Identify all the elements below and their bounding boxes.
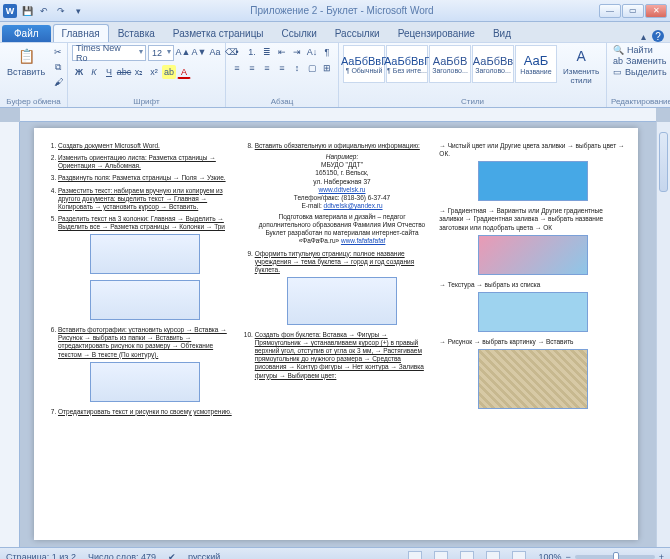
- status-proofing-icon[interactable]: ✔: [168, 552, 176, 560]
- increase-indent-button[interactable]: ⇥: [290, 45, 304, 59]
- format-painter-button[interactable]: 🖌: [51, 75, 65, 89]
- borders-button[interactable]: ⊞: [320, 61, 334, 75]
- website-link[interactable]: www.ddtvelsk.ru: [319, 186, 366, 193]
- app-icon[interactable]: W: [3, 4, 17, 18]
- zoom-slider[interactable]: [575, 555, 655, 559]
- shrink-font-button[interactable]: A▼: [192, 45, 206, 59]
- superscript-button[interactable]: x²: [147, 65, 161, 79]
- highlight-button[interactable]: ab: [162, 65, 176, 79]
- decrease-indent-button[interactable]: ⇤: [275, 45, 289, 59]
- font-family-combo[interactable]: Times New Ro: [72, 45, 146, 61]
- strike-button[interactable]: abc: [117, 65, 131, 79]
- tab-mailings[interactable]: Рассылки: [326, 24, 389, 42]
- paste-button[interactable]: 📋 Вставить: [4, 45, 48, 78]
- ribbon-minimize-icon[interactable]: ▴: [641, 31, 646, 42]
- line-spacing-button[interactable]: ↕: [290, 61, 304, 75]
- scrollbar-thumb[interactable]: [659, 132, 668, 192]
- sort-button[interactable]: A↓: [305, 45, 319, 59]
- multilevel-button[interactable]: ≣: [260, 45, 274, 59]
- justify-button[interactable]: ≡: [275, 61, 289, 75]
- status-page[interactable]: Страница: 1 из 2: [6, 552, 76, 560]
- bullets-button[interactable]: •: [230, 45, 244, 59]
- change-styles-button[interactable]: A Изменить стили: [560, 45, 602, 86]
- font-color-button[interactable]: A: [177, 65, 191, 79]
- vertical-scrollbar[interactable]: [656, 122, 670, 547]
- fill-option-picture: Рисунок → выбрать картинку → Вставить: [439, 338, 626, 346]
- fill-sample-picture: [478, 349, 588, 409]
- step-3: Раздвинуть поля: Разметка страницы → Пол…: [58, 174, 233, 182]
- group-clipboard: 📋 Вставить ✂ ⧉ 🖌 Буфер обмена: [0, 43, 68, 107]
- horizontal-ruler[interactable]: [20, 108, 656, 122]
- underline-button[interactable]: Ч: [102, 65, 116, 79]
- font-size-combo[interactable]: 12: [148, 45, 174, 61]
- view-draft-button[interactable]: [512, 551, 526, 560]
- shading-button[interactable]: ▢: [305, 61, 319, 75]
- replace-button[interactable]: abЗаменить: [611, 56, 669, 66]
- copy-button[interactable]: ⧉: [51, 60, 65, 74]
- tab-review[interactable]: Рецензирование: [389, 24, 484, 42]
- align-right-button[interactable]: ≡: [260, 61, 274, 75]
- zoom-in-button[interactable]: +: [659, 552, 664, 560]
- zoom-out-button[interactable]: −: [565, 552, 570, 560]
- step-8: Вставить обязательную и официальную инфо…: [255, 142, 430, 246]
- step-9: Оформить титульную страницу: полное назв…: [255, 250, 430, 325]
- undo-icon[interactable]: ↶: [37, 4, 51, 18]
- tab-insert[interactable]: Вставка: [109, 24, 164, 42]
- view-print-layout-button[interactable]: [408, 551, 422, 560]
- change-case-button[interactable]: Aa: [208, 45, 222, 59]
- tab-home[interactable]: Главная: [53, 24, 109, 42]
- italic-button[interactable]: К: [87, 65, 101, 79]
- align-left-button[interactable]: ≡: [230, 61, 244, 75]
- cut-button[interactable]: ✂: [51, 45, 65, 59]
- align-center-button[interactable]: ≡: [245, 61, 259, 75]
- document-page[interactable]: Создать документ Microsoft Word. Изменит…: [34, 128, 638, 540]
- style-title[interactable]: АаБНазвание: [515, 45, 557, 83]
- view-reading-button[interactable]: [434, 551, 448, 560]
- status-word-count[interactable]: Число слов: 479: [88, 552, 156, 560]
- styles-gallery[interactable]: АаБбВвГ¶ Обычный АаБбВвГ¶ Без инте... Аа…: [343, 45, 557, 83]
- close-button[interactable]: ✕: [645, 4, 667, 18]
- group-editing-label: Редактирование: [611, 97, 670, 107]
- phone-label: Телефон/факс: (818-36) 6-37-47: [255, 194, 430, 202]
- tab-references[interactable]: Ссылки: [273, 24, 326, 42]
- status-language[interactable]: русский: [188, 552, 220, 560]
- org-name: МБУДО "ДДТ": [255, 161, 430, 169]
- fill-option-solid: Чистый цвет или Другие цвета заливки → в…: [439, 142, 626, 158]
- vertical-ruler[interactable]: [0, 122, 20, 547]
- screenshot-thumb: [90, 234, 200, 274]
- source-link[interactable]: www.fafafafafaf: [341, 237, 385, 244]
- doc-column-3: Чистый цвет или Другие цвета заливки → в…: [439, 142, 626, 526]
- screenshot-thumb: [90, 362, 200, 402]
- group-paragraph-label: Абзац: [230, 97, 334, 107]
- zoom-slider-thumb[interactable]: [613, 552, 619, 560]
- zoom-control: 100% − +: [538, 552, 664, 560]
- minimize-button[interactable]: —: [599, 4, 621, 18]
- zoom-level[interactable]: 100%: [538, 552, 561, 560]
- maximize-button[interactable]: ▭: [622, 4, 644, 18]
- paste-label: Вставить: [7, 67, 45, 77]
- email-link[interactable]: ddtvelsk@yandex.ru: [324, 202, 383, 209]
- redo-icon[interactable]: ↷: [54, 4, 68, 18]
- bold-button[interactable]: Ж: [72, 65, 86, 79]
- select-button[interactable]: ▭Выделить: [611, 67, 669, 77]
- style-normal[interactable]: АаБбВвГ¶ Обычный: [343, 45, 385, 83]
- tab-view[interactable]: Вид: [484, 24, 520, 42]
- tab-layout[interactable]: Разметка страницы: [164, 24, 273, 42]
- view-web-button[interactable]: [460, 551, 474, 560]
- select-icon: ▭: [613, 67, 622, 77]
- view-outline-button[interactable]: [486, 551, 500, 560]
- author-credit: Подготовка материала и дизайн – педагог …: [255, 213, 430, 229]
- help-icon[interactable]: ?: [652, 30, 664, 42]
- numbering-button[interactable]: 1.: [245, 45, 259, 59]
- style-heading1[interactable]: АаБбВЗаголово...: [429, 45, 471, 83]
- group-styles: АаБбВвГ¶ Обычный АаБбВвГ¶ Без инте... Аа…: [339, 43, 607, 107]
- tab-file[interactable]: Файл: [2, 25, 51, 42]
- qat-more-icon[interactable]: ▾: [71, 4, 85, 18]
- grow-font-button[interactable]: A▲: [176, 45, 190, 59]
- find-button[interactable]: 🔍Найти: [611, 45, 669, 55]
- subscript-button[interactable]: x₂: [132, 65, 146, 79]
- style-heading2[interactable]: АаБбВвЗаголово...: [472, 45, 514, 83]
- show-marks-button[interactable]: ¶: [320, 45, 334, 59]
- style-no-spacing[interactable]: АаБбВвГ¶ Без инте...: [386, 45, 428, 83]
- save-icon[interactable]: 💾: [20, 4, 34, 18]
